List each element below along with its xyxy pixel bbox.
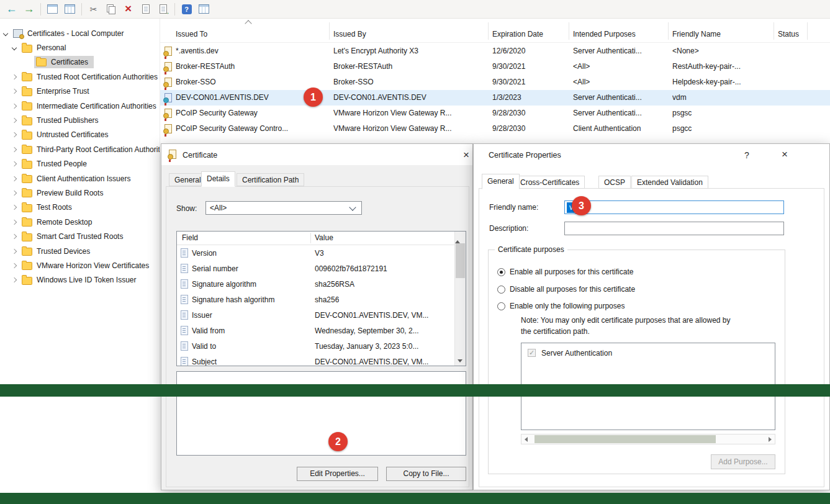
tree-item-trusted-people[interactable]: Trusted People <box>0 157 160 171</box>
field-row[interactable]: Version V3 <box>177 245 466 261</box>
column-header-issued-by[interactable]: Issued By <box>333 30 366 38</box>
vertical-scrollbar[interactable] <box>454 232 466 366</box>
field-row[interactable]: Issuer DEV-CON01.AVENTIS.DEV, VM... <box>177 307 466 323</box>
tab-ocsp[interactable]: OCSP <box>598 176 631 189</box>
field-row[interactable]: Subject DEV-CON01.AVENTIS.DEV, VM... <box>177 354 466 366</box>
chevron-collapsed-icon[interactable] <box>12 89 17 94</box>
friendly-name-input[interactable]: vdm <box>564 200 784 214</box>
tree-item-certificates[interactable]: Certificates <box>0 55 160 70</box>
column-header-field[interactable]: Field <box>182 233 198 242</box>
chevron-collapsed-icon[interactable] <box>12 220 17 225</box>
dialog-titlebar[interactable]: Certificate Properties <box>474 144 829 165</box>
column-separator[interactable] <box>668 22 669 40</box>
copy-to-file-button[interactable]: Copy to File... <box>386 467 466 481</box>
certificate-row-selected[interactable]: DEV-CON01.AVENTIS.DEV DEV-CON01.AVENTIS.… <box>160 90 830 106</box>
column-separator[interactable] <box>488 22 489 40</box>
chevron-expanded-icon[interactable] <box>3 30 8 35</box>
tab-cross-certificates[interactable]: Cross-Certificates <box>515 176 585 189</box>
radio-enable-all-purposes[interactable] <box>497 268 505 276</box>
close-icon[interactable] <box>463 149 469 161</box>
tab-extended-validation[interactable]: Extended Validation <box>631 176 708 189</box>
field-row[interactable]: Valid to Tuesday, January 3, 2023 5:0... <box>177 338 466 354</box>
help-icon[interactable] <box>744 150 749 160</box>
edit-properties-button[interactable]: Edit Properties... <box>297 467 378 481</box>
forward-button[interactable] <box>21 2 37 17</box>
certificate-row[interactable]: Broker-SSO Broker-SSO 9/30/2021 <All> He… <box>160 74 830 90</box>
tree-item-client-authentication-issuers[interactable]: Client Authentication Issuers <box>0 171 160 186</box>
scrollbar-thumb[interactable] <box>535 435 716 443</box>
certificate-fields-list[interactable]: Field Value Version V3 Serial number 009… <box>176 231 466 366</box>
radio-disable-all-purposes[interactable] <box>497 286 505 294</box>
column-header-issued-to[interactable]: Issued To <box>176 30 207 38</box>
chevron-collapsed-icon[interactable] <box>12 132 17 137</box>
tab-details[interactable]: Details <box>201 171 235 187</box>
tab-certification-path[interactable]: Certification Path <box>237 173 304 186</box>
column-separator[interactable] <box>569 22 569 40</box>
scroll-up-icon[interactable] <box>455 232 460 243</box>
field-row[interactable]: Signature hash algorithm sha256 <box>177 292 466 307</box>
tree-item-remote-desktop[interactable]: Remote Desktop <box>0 215 160 229</box>
radio-label[interactable]: Enable only the following purposes <box>510 302 625 310</box>
tree-item-personal[interactable]: Personal <box>0 40 160 55</box>
column-separator[interactable] <box>807 22 808 40</box>
chevron-collapsed-icon[interactable] <box>12 263 17 268</box>
tree-item-windows-live-id-token-issuer[interactable]: Windows Live ID Token Issuer <box>0 273 160 287</box>
chevron-collapsed-icon[interactable] <box>12 205 17 210</box>
certificate-row[interactable]: PCoIP Security Gateway Contro... VMware … <box>160 121 830 137</box>
chevron-collapsed-icon[interactable] <box>12 234 17 239</box>
add-purpose-button[interactable]: Add Purpose... <box>711 454 775 469</box>
column-separator[interactable] <box>329 22 330 40</box>
tree-item-trusted-devices[interactable]: Trusted Devices <box>0 244 160 258</box>
properties-button[interactable] <box>138 2 153 17</box>
chevron-collapsed-icon[interactable] <box>12 277 17 282</box>
certificate-row[interactable]: Broker-RESTAuth Broker-RESTAuth 9/30/202… <box>160 59 830 74</box>
tree-item-vmware-horizon-view-certificates[interactable]: VMware Horizon View Certificates <box>0 258 160 272</box>
tree-item-enterprise-trust[interactable]: Enterprise Trust <box>0 84 160 99</box>
certificate-row[interactable]: *.aventis.dev Let's Encrypt Authority X3… <box>160 43 830 59</box>
column-header-value[interactable]: Value <box>315 233 333 242</box>
delete-button[interactable] <box>120 2 136 17</box>
copy-button[interactable] <box>103 2 119 17</box>
certificate-row[interactable]: PCoIP Security Gateway VMware Horizon Vi… <box>160 106 830 121</box>
back-button[interactable] <box>4 2 19 17</box>
chevron-collapsed-icon[interactable] <box>12 74 17 79</box>
chevron-collapsed-icon[interactable] <box>12 191 17 196</box>
chevron-collapsed-icon[interactable] <box>12 118 17 123</box>
field-row[interactable]: Valid from Wednesday, September 30, 2... <box>177 323 466 338</box>
tree-item-untrusted-certificates[interactable]: Untrusted Certificates <box>0 128 160 142</box>
horizontal-scrollbar[interactable] <box>521 434 775 444</box>
tree-item-trusted-publishers[interactable]: Trusted Publishers <box>0 113 160 127</box>
field-row[interactable]: Serial number 009602fb76d1872191 <box>177 261 466 276</box>
radio-label[interactable]: Enable all purposes for this certificate <box>510 268 633 276</box>
cut-button[interactable] <box>86 2 101 17</box>
description-input[interactable] <box>564 222 784 235</box>
scroll-right-icon[interactable] <box>765 434 775 444</box>
column-header-intended-purposes[interactable]: Intended Purposes <box>573 30 636 38</box>
column-separator[interactable] <box>774 22 774 40</box>
tree-item-certificates-local-computer[interactable]: Certificates - Local Computer <box>0 26 160 40</box>
action-pane-button[interactable] <box>196 2 212 17</box>
tree-item-third-party-root-certification-authorities[interactable]: Third-Party Root Certification Authoriti… <box>0 142 160 156</box>
chevron-expanded-icon[interactable] <box>12 45 17 50</box>
tree-item-test-roots[interactable]: Test Roots <box>0 200 160 215</box>
scrollbar-thumb[interactable] <box>456 243 465 278</box>
show-window-button[interactable] <box>45 2 60 17</box>
console-tree-button[interactable] <box>62 2 78 17</box>
scroll-down-icon[interactable] <box>458 359 462 362</box>
chevron-collapsed-icon[interactable] <box>12 147 17 152</box>
tree-item-preview-build-roots[interactable]: Preview Build Roots <box>0 186 160 200</box>
dialog-titlebar[interactable]: Certificate <box>161 144 472 165</box>
chevron-collapsed-icon[interactable] <box>12 161 17 166</box>
chevron-collapsed-icon[interactable] <box>12 176 17 181</box>
radio-enable-only-following[interactable] <box>497 302 505 310</box>
column-header-expiration-date[interactable]: Expiration Date <box>492 30 543 38</box>
radio-label[interactable]: Disable all purposes for this certificat… <box>510 285 635 294</box>
tree-item-intermediate-certification-authorities[interactable]: Intermediate Certification Authorities <box>0 99 160 113</box>
chevron-collapsed-icon[interactable] <box>12 248 17 253</box>
column-header-friendly-name[interactable]: Friendly Name <box>672 30 721 38</box>
close-icon[interactable] <box>782 148 788 161</box>
scroll-left-icon[interactable] <box>521 434 531 444</box>
export-list-button[interactable] <box>155 2 171 17</box>
show-dropdown[interactable]: <All> <box>205 201 362 215</box>
column-header-status[interactable]: Status <box>778 30 799 38</box>
